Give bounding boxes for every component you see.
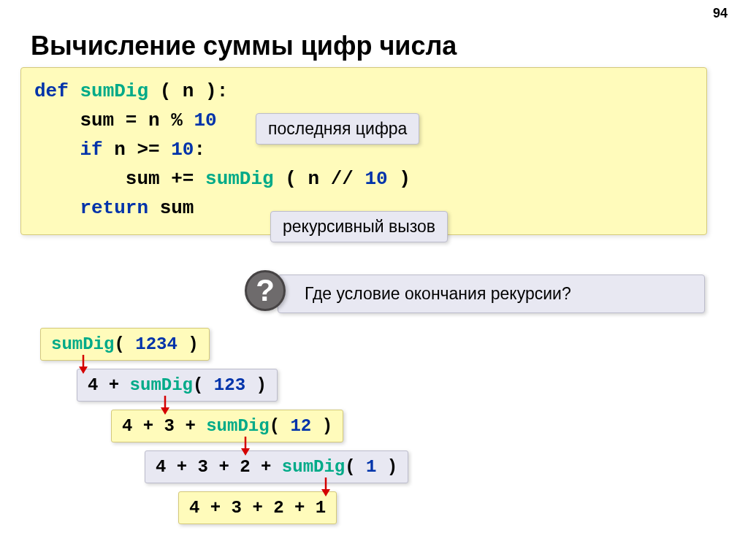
function-name: sumDig — [51, 334, 114, 354]
function-name: sumDig — [282, 457, 345, 477]
code-line-4: sum += sumDig ( n // 10 ) — [34, 164, 693, 193]
paren: ) — [178, 334, 199, 354]
code-text: += — [160, 168, 205, 190]
arrow-icon — [319, 477, 332, 496]
paren: ( — [193, 375, 214, 395]
arrow-icon — [77, 355, 90, 374]
paren: ) — [245, 375, 267, 395]
code-block: def sumDig ( n ): sum = n % 10 if n >= 1… — [20, 67, 707, 235]
svg-marker-7 — [321, 489, 330, 496]
code-text: ) — [388, 168, 411, 190]
number: 1234 — [135, 334, 178, 354]
arrow-icon — [159, 396, 172, 415]
expr: 4 + 3 + 2 + — [156, 457, 282, 477]
number: 12 — [290, 416, 311, 436]
arrow-icon — [239, 437, 252, 456]
question-icon: ? — [245, 270, 286, 311]
question-box: Где условие окончания рекурсии? — [278, 275, 705, 313]
svg-marker-3 — [161, 407, 169, 415]
keyword-def: def — [34, 80, 69, 102]
function-name: sumDig — [206, 416, 269, 436]
callout-recursive-call: рекурсивный вызов — [270, 211, 448, 242]
code-text: : — [194, 139, 205, 161]
code-text: n >= — [103, 139, 172, 161]
function-name: sumDig — [205, 168, 274, 190]
step-2: 4 + sumDig( 123 ) — [77, 369, 278, 402]
paren: ( — [270, 416, 291, 436]
keyword-if: if — [34, 139, 103, 161]
code-var: sum — [148, 197, 194, 219]
number: 123 — [214, 375, 245, 395]
paren: ) — [311, 416, 332, 436]
keyword-return: return — [34, 197, 148, 219]
svg-marker-1 — [79, 367, 88, 374]
expr: 4 + 3 + — [122, 416, 206, 436]
number: 10 — [365, 168, 388, 190]
svg-marker-5 — [241, 448, 250, 456]
code-line-1: def sumDig ( n ): — [34, 77, 693, 106]
paren: ( — [114, 334, 135, 354]
code-text: ( n // — [274, 168, 365, 190]
expr: 4 + 3 + 2 + 1 — [189, 498, 326, 518]
step-1: sumDig( 1234 ) — [40, 328, 210, 361]
paren: ) — [376, 457, 397, 477]
paren: ( — [345, 457, 366, 477]
code-text: = n % — [114, 110, 194, 131]
function-name: sumDig — [80, 80, 148, 102]
function-name: sumDig — [130, 375, 193, 395]
number: 10 — [194, 110, 216, 131]
page-title: Вычисление суммы цифр числа — [31, 31, 457, 61]
number: 10 — [171, 139, 194, 161]
step-5: 4 + 3 + 2 + 1 — [178, 491, 337, 524]
step-3: 4 + 3 + sumDig( 12 ) — [111, 410, 343, 442]
code-text: ( n ): — [148, 80, 228, 102]
step-4: 4 + 3 + 2 + sumDig( 1 ) — [145, 450, 408, 483]
expr: 4 + — [88, 375, 130, 395]
code-var: sum — [34, 110, 114, 131]
callout-last-digit: последняя цифра — [256, 113, 419, 145]
number: 1 — [366, 457, 376, 477]
code-var: sum — [34, 168, 160, 190]
page-number: 94 — [713, 6, 728, 21]
